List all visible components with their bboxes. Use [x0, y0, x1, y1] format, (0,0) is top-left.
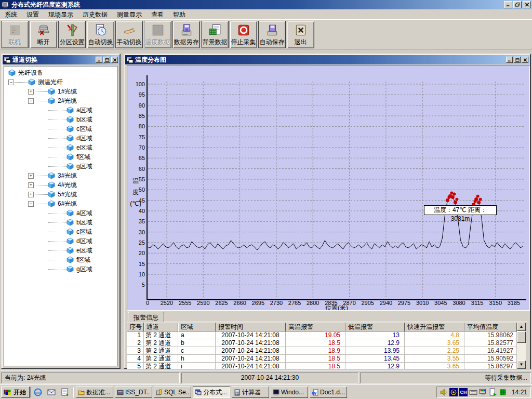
network-icon[interactable]	[499, 388, 507, 396]
tree-item[interactable]: c区域	[4, 227, 117, 236]
toolbar-button-save-data-as[interactable]: 数据另存	[172, 21, 200, 48]
background-data-icon	[208, 23, 222, 37]
collapse-icon[interactable]: −	[8, 79, 14, 85]
tree-item[interactable]: +5#光缆	[4, 190, 117, 199]
toolbar-button-auto-switch[interactable]: 自动切换	[87, 21, 114, 48]
column-header-5[interactable]: 高温报警	[286, 323, 345, 331]
tree-item[interactable]: e区域	[4, 143, 117, 152]
speaker-icon[interactable]	[440, 388, 448, 396]
tree-item[interactable]: +1#光缆	[4, 87, 117, 96]
menu-item-2[interactable]: 设置	[22, 10, 44, 19]
alarm-table-scrollbar[interactable]: ▲ ▼	[517, 323, 526, 369]
task-icon[interactable]	[489, 388, 497, 396]
tree-item[interactable]: b区域	[4, 218, 117, 227]
expand-icon[interactable]: +	[28, 192, 34, 197]
tree-item[interactable]: d区域	[4, 236, 117, 246]
task-button-6[interactable]: Windo...	[271, 387, 308, 398]
expand-icon[interactable]: +	[28, 173, 34, 179]
connect-icon	[8, 23, 22, 37]
outlook-icon[interactable]	[47, 388, 56, 397]
column-header-2[interactable]: 通道	[144, 323, 178, 331]
expand-icon[interactable]: +	[28, 89, 34, 95]
keyboard-icon[interactable]	[469, 388, 477, 396]
tree-item[interactable]: b区域	[4, 115, 117, 124]
node-cube-icon	[66, 135, 74, 142]
menu-item-5[interactable]: 测量显示	[112, 10, 147, 19]
menu-item-1[interactable]: 系统	[0, 10, 22, 19]
alarm-table-header: 序号通道区域报警时间高温报警低温报警快速升温报警平均值温度	[127, 323, 517, 331]
tree-item[interactable]: g区域	[4, 264, 117, 274]
column-header-1[interactable]: 序号	[127, 323, 144, 331]
toolbar-button-exit[interactable]: 退出	[287, 21, 314, 48]
ime-ch-icon[interactable]: CH	[459, 388, 468, 396]
tree-item[interactable]: f区域	[4, 255, 117, 264]
menu-item-6[interactable]: 查看	[147, 10, 168, 19]
start-button[interactable]: 开始	[1, 387, 30, 398]
tree-item[interactable]: −6#光缆	[4, 199, 117, 208]
task-button-2[interactable]: ISS_DT...	[115, 387, 152, 398]
tree-item[interactable]: +4#光缆	[4, 180, 117, 190]
minimize-button[interactable]	[96, 57, 102, 63]
display-icon[interactable]	[479, 388, 487, 396]
restore-button[interactable]	[513, 1, 522, 8]
minimize-button[interactable]	[504, 1, 512, 8]
tree-item[interactable]: a区域	[4, 208, 117, 218]
task-button-4[interactable]: 分布式...	[193, 387, 230, 398]
close-button[interactable]	[522, 57, 528, 63]
maximize-button[interactable]	[103, 57, 110, 63]
alarm-row[interactable]: 2第 2 通道b2007-10-24 14:21:0818.512.93.651…	[127, 339, 517, 347]
svg-text:3080: 3080	[453, 300, 465, 306]
column-header-3[interactable]: 区域	[178, 323, 216, 331]
maximize-button[interactable]	[514, 57, 521, 63]
alarm-row[interactable]: 4第 2 通道h2007-10-24 14:21:0818.513.453.55…	[127, 355, 517, 363]
tab-alarm-info[interactable]: 报警信息	[128, 312, 164, 322]
toolbar-button-stop-collect[interactable]: 停止采集	[230, 21, 257, 48]
task-button-5[interactable]: 计算器	[232, 387, 269, 398]
expand-icon[interactable]: +	[28, 182, 34, 188]
column-header-4[interactable]: 报警时间	[216, 323, 286, 331]
tree-item-label: g区域	[76, 265, 92, 274]
tree-leader	[48, 269, 66, 270]
tree-item[interactable]: −2#光缆	[4, 96, 117, 105]
tree-item[interactable]: g区域	[4, 162, 117, 171]
toolbar-button-auto-save[interactable]: 自动保存	[258, 21, 286, 48]
task-button-1[interactable]: 数据准...	[76, 387, 113, 398]
alarm-row[interactable]: 3第 2 通道c2007-10-24 14:21:0818.913.952.25…	[127, 347, 517, 355]
tree-item[interactable]: a区域	[4, 105, 117, 115]
collapse-icon[interactable]: −	[28, 98, 34, 104]
tree-item[interactable]: −测温光纤	[4, 77, 117, 87]
column-header-7[interactable]: 快速升温报警	[405, 323, 464, 331]
column-header-6[interactable]: 低温报警	[345, 323, 405, 331]
scroll-thumb[interactable]	[517, 331, 526, 343]
tree-item[interactable]: c区域	[4, 124, 117, 134]
alarm-row[interactable]: 1第 2 通道a2007-10-24 14:21:0819.05134.815.…	[127, 331, 517, 339]
radio-icon[interactable]	[449, 388, 458, 396]
menu-item-3[interactable]: 现场显示	[44, 10, 78, 19]
menu-item-4[interactable]: 历史数据	[78, 10, 112, 19]
tree-leader	[48, 232, 66, 232]
close-button[interactable]	[111, 57, 118, 63]
toolbar-button-partition-settings[interactable]: 分区设置	[58, 21, 86, 48]
tree-item[interactable]: +3#光缆	[4, 171, 117, 180]
collapse-icon[interactable]: −	[28, 201, 34, 207]
toolbar-button-manual-switch[interactable]: 手动切换	[115, 21, 143, 48]
toolbar-button-label: 手动切换	[117, 38, 142, 47]
tree-item[interactable]: 光纤设备	[4, 68, 117, 77]
exit-icon	[294, 23, 308, 37]
scroll-up-button[interactable]: ▲	[517, 323, 526, 331]
desktop-icon[interactable]	[60, 388, 70, 397]
menu-item-7[interactable]: 帮助	[168, 10, 190, 19]
ie-icon[interactable]	[33, 388, 43, 397]
minimize-button[interactable]	[506, 57, 513, 63]
scroll-down-button[interactable]: ▼	[517, 361, 526, 369]
column-header-8[interactable]: 平均值温度	[464, 323, 517, 331]
alarm-row[interactable]: 5第 2 通道i2007-10-24 14:21:0818.512.93.651…	[127, 363, 517, 369]
task-button-7[interactable]: WDoc1.d...	[310, 387, 347, 398]
tree-item[interactable]: f区域	[4, 152, 117, 162]
close-button[interactable]	[523, 1, 531, 8]
toolbar-button-background-data[interactable]: 背景数据	[201, 21, 229, 48]
task-button-3[interactable]: SQL Se...	[154, 387, 191, 398]
tree-item[interactable]: e区域	[4, 246, 117, 255]
toolbar-button-disconnect[interactable]: 断开	[30, 21, 57, 48]
tree-item[interactable]: d区域	[4, 134, 117, 143]
